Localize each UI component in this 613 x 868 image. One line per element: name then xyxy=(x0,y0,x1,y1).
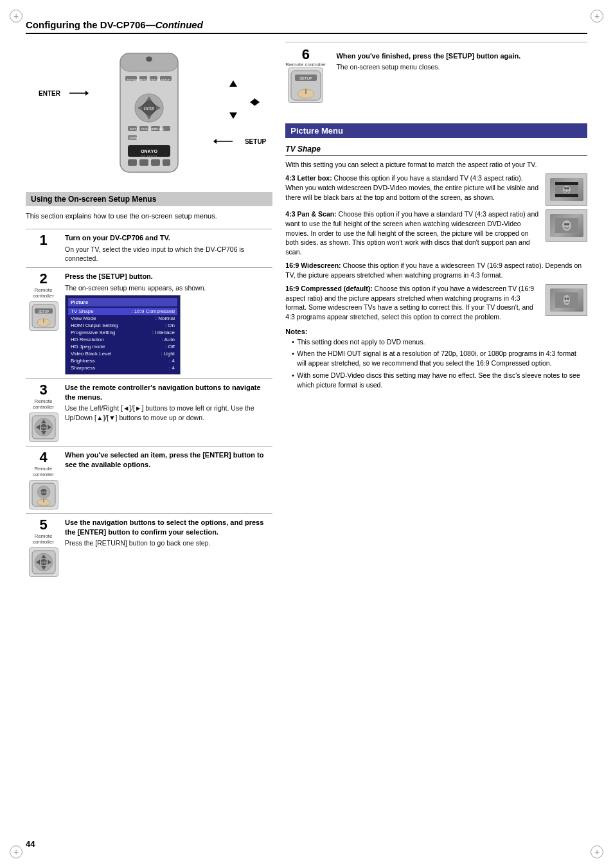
menu-row-3: Progressive Setting: Interlace xyxy=(68,329,177,336)
svg-text:ENTER: ENTER xyxy=(40,427,48,429)
picture-menu-body: With this setting you can select a pictu… xyxy=(285,160,587,389)
step-5-content: Use the navigation buttons to select the… xyxy=(61,514,272,581)
ud-arrows xyxy=(229,80,237,119)
face-svg-ps xyxy=(555,218,578,233)
notes-title: Notes: xyxy=(285,327,587,337)
face-svg-comp xyxy=(555,292,578,308)
enter-btn-svg: ENTER xyxy=(31,482,57,508)
svg-rect-36 xyxy=(151,159,160,166)
compressed-thumb-inner xyxy=(550,288,583,312)
step-5-rc-label: Remote controller xyxy=(28,533,58,545)
step-2-num-col: 2 Remote controller SETUP xyxy=(26,268,61,378)
svg-text:CHN MOC: CHN MOC xyxy=(152,127,164,130)
svg-point-79 xyxy=(567,187,569,190)
panscan-label: 4:3 Pan & Scan: xyxy=(285,210,336,218)
step-2-title: Press the [SETUP] button. xyxy=(65,272,269,281)
step-5: 5 Remote controller ENTER xyxy=(26,513,272,581)
step-3-title: Use the remote controller's navigation b… xyxy=(65,383,269,402)
nav-btn-svg-3: ENTER xyxy=(31,414,57,440)
step-3-image: ENTER xyxy=(29,412,58,442)
svg-text:SETUP: SETUP xyxy=(38,310,49,314)
setup-btn-svg: SETUP xyxy=(31,303,57,329)
setup-btn-svg-6: SETUP xyxy=(290,69,322,102)
step-2-image: SETUP xyxy=(29,301,58,331)
svg-text:RETURN: RETURN xyxy=(150,78,161,82)
step-6-title: When you've finished, press the [SETUP] … xyxy=(336,51,583,60)
nav-btn-svg-5: ENTER xyxy=(31,549,57,575)
svg-point-6 xyxy=(146,57,152,62)
setup-arrow-label: SETUP xyxy=(245,138,266,145)
svg-point-83 xyxy=(567,223,569,226)
remote-illustration: ENTER SETUP xyxy=(26,42,272,183)
menu-row-1: View Mode: Normal xyxy=(68,315,177,322)
step-2-number: 2 xyxy=(39,272,47,286)
letterbox-face xyxy=(550,178,583,201)
menu-row-4: HD Resolution: Auto xyxy=(68,336,177,343)
step-2-rc-label: Remote controller xyxy=(28,287,58,299)
svg-text:ONKYO: ONKYO xyxy=(141,149,157,154)
step-3-number: 3 xyxy=(39,383,47,397)
face-svg-lb xyxy=(555,182,578,197)
step-6-content: When you've finished, press the [SETUP] … xyxy=(332,48,587,76)
svg-text:MENU: MENU xyxy=(140,78,148,82)
svg-point-78 xyxy=(564,187,567,190)
step-3-rc-label: Remote controller xyxy=(28,398,58,410)
svg-marker-40 xyxy=(250,98,255,106)
step-1-title: Turn on your DV-CP706 and TV. xyxy=(65,233,269,242)
step-3-num-col: 3 Remote controller ENTER xyxy=(26,379,61,446)
svg-point-87 xyxy=(567,297,569,300)
step-2-body: The on-screen setup menu appears, as sho… xyxy=(65,283,269,293)
step-2-content: Press the [SETUP] button. The on-screen … xyxy=(61,268,272,378)
setup-arrow xyxy=(213,138,233,145)
svg-rect-5 xyxy=(120,53,178,71)
menu-row-2: HDMI Output Setting: On xyxy=(68,322,177,329)
step-5-num-col: 5 Remote controller ENTER xyxy=(26,514,61,581)
svg-text:ENTER: ENTER xyxy=(40,492,48,494)
menu-row-5: HD Jpeg mode: Off xyxy=(68,343,177,350)
compressed-label: 16:9 Compressed (default): xyxy=(285,285,372,292)
svg-text:SETUP: SETUP xyxy=(161,78,170,82)
svg-point-86 xyxy=(564,297,566,300)
svg-rect-76 xyxy=(555,194,578,197)
step-4: 4 Remote controller ENTER xyxy=(26,446,272,513)
step-6: 6 Remote controller SETUP When you've fi xyxy=(285,42,587,108)
svg-text:SETUP: SETUP xyxy=(299,76,312,80)
enter-arrow xyxy=(69,90,89,96)
letterbox-label: 4:3 Letter box: xyxy=(285,174,332,182)
panscan-row: 4:3 Pan & Scan: Choose this option if yo… xyxy=(285,209,587,256)
note-item-0: This setting does not apply to DVD menus… xyxy=(292,337,587,347)
menu-row-6: Video Black Level: Light xyxy=(68,350,177,357)
svg-marker-38 xyxy=(229,80,237,87)
panscan-text: 4:3 Pan & Scan: Choose this option if yo… xyxy=(285,209,539,256)
step-6-rc-label: Remote controller xyxy=(285,62,326,67)
svg-text:ASPECT: ASPECT xyxy=(130,127,141,130)
step-5-title: Use the navigation buttons to select the… xyxy=(65,518,269,536)
svg-marker-41 xyxy=(254,98,260,106)
panscan-thumb xyxy=(546,209,587,242)
svg-text:RC-681DV: RC-681DV xyxy=(141,155,157,159)
menu-screenshot: Picture TV Shape: 16:9 CompressedView Mo… xyxy=(65,295,181,375)
widescreen-label: 16:9 Widescreen: xyxy=(285,261,341,269)
svg-marker-3 xyxy=(213,139,217,144)
page-header: Configuring the DV-CP706—Continued xyxy=(26,19,587,34)
remote-svg: TOP MENU MENU RETURN SETUP xyxy=(114,50,184,175)
setup-menus-section-title: Using the On-screen Setup Menus xyxy=(26,192,272,206)
enter-arrow-label: ENTER xyxy=(39,90,60,97)
step-6-body: The on-screen setup menu closes. xyxy=(336,62,583,72)
step-4-image: ENTER xyxy=(29,480,58,509)
widescreen-text: 16:9 Widescreen: Choose this option if y… xyxy=(285,261,587,280)
svg-text:ENTER: ENTER xyxy=(144,107,155,111)
note-item-2: With some DVD-Video discs this setting m… xyxy=(292,371,587,389)
step-1-num-col: 1 xyxy=(26,229,61,267)
notes-list: This setting does not apply to DVD menus… xyxy=(285,337,587,389)
panscan-face xyxy=(550,214,583,237)
compressed-thumb xyxy=(546,284,587,316)
svg-rect-34 xyxy=(128,159,137,166)
page-title: Configuring the DV-CP706—Continued xyxy=(26,19,203,30)
tv-shape-intro: With this setting you can select a pictu… xyxy=(285,160,587,170)
svg-marker-1 xyxy=(85,91,89,96)
steps-list: 1 Turn on your DV-CP706 and TV. On your … xyxy=(26,229,272,581)
step-4-num-col: 4 Remote controller ENTER xyxy=(26,447,61,513)
menu-row-0: TV Shape: 16:9 Compressed xyxy=(68,308,177,315)
notes-section: Notes: This setting does not apply to DV… xyxy=(285,327,587,389)
